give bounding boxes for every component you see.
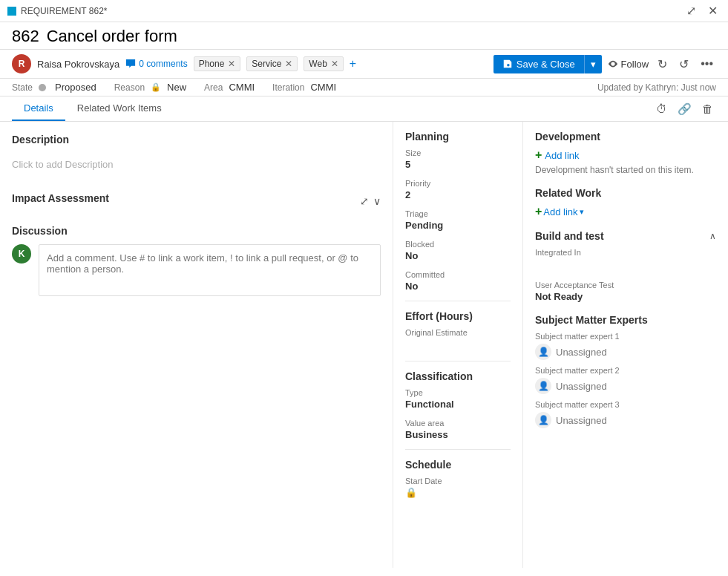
follow-button[interactable]: Follow [608, 59, 649, 70]
phone-tag-remove[interactable]: ✕ [228, 59, 235, 69]
build-test-title: Build and test [535, 230, 604, 242]
area-label: Area [204, 82, 223, 93]
start-date-field: Start Date 🔒 [405, 477, 511, 498]
requirement-icon [7, 7, 16, 16]
build-test-section: Build and test ∧ Integrated In User Acce… [535, 230, 716, 302]
sme-3-value[interactable]: Unassigned [556, 415, 607, 426]
priority-value[interactable]: 2 [405, 189, 511, 200]
refresh-button[interactable]: ↻ [655, 56, 670, 73]
sme-2-value[interactable]: Unassigned [556, 381, 607, 392]
uat-field: User Acceptance Test Not Ready [535, 281, 716, 302]
avatar: R [12, 54, 31, 73]
value-area-label: Value area [405, 419, 511, 428]
user-name: Raisa Pokrovskaya [37, 59, 119, 70]
planning-title: Planning [405, 131, 511, 143]
web-tag-label: Web [309, 59, 327, 69]
schedule-title: Schedule [405, 459, 511, 471]
close-button[interactable]: ✕ [705, 2, 721, 19]
type-value[interactable]: Functional [405, 399, 511, 410]
value-area-value[interactable]: Business [405, 429, 511, 440]
comments-button[interactable]: 0 comments [125, 59, 187, 69]
sme-section: Subject Matter Experts Subject matter ex… [535, 314, 716, 428]
state-label: State [12, 82, 33, 93]
impact-header: Impact Assessment ⤢ ∨ [12, 192, 381, 210]
blocked-field: Blocked No [405, 240, 511, 261]
collapse-button[interactable]: ⤢ [683, 2, 699, 19]
sme-1-icon: 👤 [535, 344, 551, 360]
original-estimate-label: Original Estimate [405, 328, 511, 337]
iteration-value[interactable]: CMMI [310, 82, 336, 93]
impact-assessment-section: Impact Assessment ⤢ ∨ [12, 192, 381, 210]
web-tag-remove[interactable]: ✕ [331, 59, 338, 69]
integrated-in-field: Integrated In [535, 248, 716, 272]
triage-value[interactable]: Pending [405, 220, 511, 231]
reason-label: Reason [114, 82, 145, 93]
title-bar-right: ⤢ ✕ [683, 2, 721, 19]
middle-column: Planning Size 5 Priority 2 Triage Pendin… [393, 122, 523, 568]
size-value[interactable]: 5 [405, 159, 511, 170]
sme-item-2: Subject matter expert 2 👤 Unassigned [535, 366, 716, 394]
type-field: Type Functional [405, 388, 511, 410]
uat-value[interactable]: Not Ready [535, 291, 716, 302]
link-button[interactable]: 🔗 [675, 99, 695, 119]
comments-label: 0 comments [139, 59, 187, 69]
save-close-main[interactable]: Save & Close [493, 55, 584, 73]
add-tag-button[interactable]: + [350, 57, 356, 71]
add-link-dev-label: Add link [545, 150, 579, 161]
service-tag: Service ✕ [246, 56, 298, 71]
state-dot [39, 84, 46, 91]
service-tag-remove[interactable]: ✕ [285, 59, 292, 69]
type-label: Type [405, 388, 511, 397]
save-close-button[interactable]: Save & Close ▾ [493, 55, 602, 73]
work-item-header: 862 Cancel order form [0, 22, 728, 50]
area-field: Area CMMI [204, 82, 255, 93]
committed-label: Committed [405, 270, 511, 279]
integrated-in-value[interactable] [535, 258, 716, 272]
development-empty-text: Development hasn't started on this item. [535, 165, 716, 175]
toolbar: R Raisa Pokrovskaya 0 comments Phone ✕ S… [0, 50, 728, 79]
add-link-related-work-button[interactable]: + Add link ▾ [535, 205, 716, 218]
service-tag-label: Service [252, 59, 281, 69]
title-bar-left: REQUIREMENT 862* [7, 6, 107, 16]
add-link-development-button[interactable]: + Add link [535, 148, 716, 162]
priority-field: Priority 2 [405, 179, 511, 200]
expand-impact-button[interactable]: ⤢ [360, 195, 369, 207]
area-value[interactable]: CMMI [229, 82, 255, 93]
title-bar: REQUIREMENT 862* ⤢ ✕ [0, 0, 728, 22]
triage-label: Triage [405, 209, 511, 218]
description-placeholder[interactable]: Click to add Description [12, 151, 381, 177]
impact-actions: ⤢ ∨ [360, 195, 381, 207]
tab-details[interactable]: Details [12, 96, 65, 121]
undo-button[interactable]: ↺ [676, 56, 692, 73]
value-area-field: Value area Business [405, 419, 511, 440]
committed-value[interactable]: No [405, 281, 511, 292]
sme-2-icon: 👤 [535, 378, 551, 394]
discussion-input[interactable] [39, 244, 381, 296]
start-date-label: Start Date [405, 477, 511, 485]
start-date-lock-icon: 🔒 [405, 487, 511, 498]
collapse-impact-button[interactable]: ∨ [373, 195, 381, 207]
discussion-section: Discussion K [12, 225, 381, 296]
sme-item-3: Subject matter expert 3 👤 Unassigned [535, 400, 716, 428]
history-button[interactable]: ⏱ [653, 99, 670, 119]
more-options-button[interactable]: ••• [698, 56, 716, 72]
original-estimate-value[interactable] [405, 338, 511, 352]
original-estimate-field: Original Estimate [405, 328, 511, 352]
attachment-button[interactable]: 🗑 [699, 99, 716, 119]
comment-icon [125, 59, 136, 69]
reason-value[interactable]: New [167, 82, 186, 93]
plus-icon-related: + [535, 205, 542, 218]
description-title: Description [12, 134, 381, 145]
item-number: 862 [12, 27, 39, 46]
discussion-title: Discussion [12, 225, 381, 237]
save-close-dropdown[interactable]: ▾ [584, 55, 602, 73]
build-test-collapse-button[interactable]: ∧ [709, 231, 716, 241]
phone-tag: Phone ✕ [194, 56, 241, 71]
item-title: Cancel order form [47, 27, 177, 46]
main-content: Description Click to add Description Imp… [0, 122, 728, 568]
tab-related-work-items[interactable]: Related Work Items [65, 96, 174, 121]
state-value[interactable]: Proposed [55, 82, 96, 93]
blocked-value[interactable]: No [405, 250, 511, 261]
related-work-section: Related Work + Add link ▾ [535, 187, 716, 218]
sme-1-value[interactable]: Unassigned [556, 347, 607, 358]
